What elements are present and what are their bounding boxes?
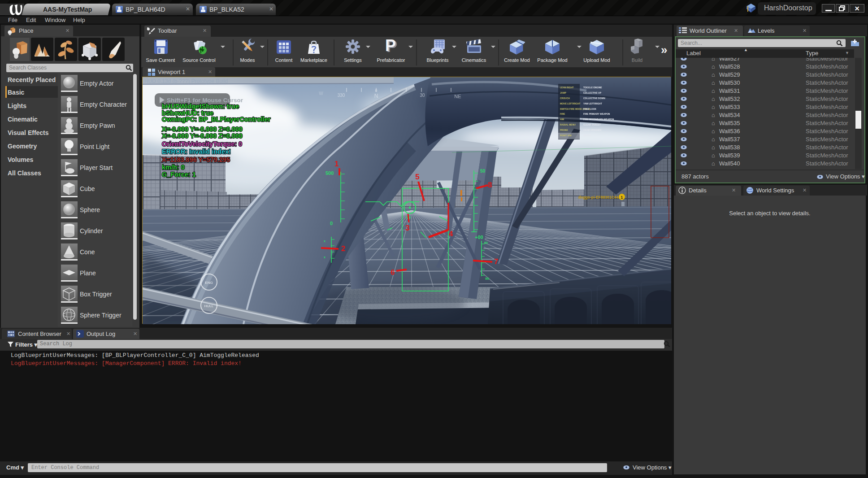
svg-text:x: x [324, 256, 326, 259]
svg-text:8: 8 [488, 181, 492, 189]
svg-text:CROUCH: CROUCH [560, 97, 570, 100]
svg-text:OwningPC: BP_BLPlayerControlle: OwningPC: BP_BLPlayerController [162, 116, 271, 123]
svg-text:PRONE: PRONE [560, 129, 568, 131]
svg-text:NE: NE [454, 94, 461, 99]
svg-text:330: 330 [338, 93, 345, 98]
svg-text:bHUDWidgetShown: true: bHUDWidgetShown: true [162, 103, 239, 110]
svg-text:HOVER: HOVER [583, 134, 591, 137]
svg-text:doggo-pi-EF88301C44A: doggo-pi-EF88301C44A [578, 195, 621, 200]
svg-text:MOVE LEFT/RIGHT: MOVE LEFT/RIGHT [560, 102, 581, 105]
svg-text:X=1183.896 Y=579.295: X=1183.896 Y=579.295 [162, 156, 230, 163]
svg-text:FIRE PRIMARY WEAPON: FIRE PRIMARY WEAPON [583, 113, 610, 115]
svg-text:W: W [319, 91, 323, 96]
svg-text:x: x [324, 239, 326, 243]
svg-text:YAW LEFT/RIGHT: YAW LEFT/RIGHT [583, 102, 602, 105]
svg-text:X=-0.000 Y=-0.000 Z=0.000: X=-0.000 Y=-0.000 Z=0.000 [162, 132, 243, 139]
svg-text:km/h: 0: km/h: 0 [162, 164, 185, 171]
svg-text:GEAR UP/DOWN: GEAR UP/DOWN [583, 129, 601, 131]
svg-text:2: 2 [341, 244, 345, 253]
svg-text:TOGGLE ENGINE: TOGGLE ENGINE [583, 86, 602, 89]
svg-text:COLLECTIVE DOWN: COLLECTIVE DOWN [583, 97, 605, 100]
svg-text:5: 5 [415, 173, 419, 181]
svg-text:3: 3 [405, 224, 409, 232]
svg-text:500: 500 [326, 170, 334, 176]
svg-text:POINT AIM: POINT AIM [560, 134, 572, 137]
svg-text:+00: +00 [475, 235, 483, 240]
svg-text:6: 6 [391, 268, 395, 277]
svg-text:CLEAR TARGET: CLEAR TARGET [583, 123, 601, 126]
svg-text:FIRE: FIRE [560, 113, 565, 115]
svg-text:30: 30 [420, 93, 425, 98]
svg-text:7: 7 [494, 257, 498, 266]
svg-text:0: 0 [330, 221, 333, 226]
svg-text:ENG: ENG [205, 281, 213, 285]
svg-text:00: 00 [484, 241, 488, 244]
svg-text:FIRE SECONDARY WEAPON: FIRE SECONDARY WEAPON [583, 118, 614, 121]
svg-text:0: 0 [375, 88, 377, 93]
svg-text:OrientToVelocityTorque: 0: OrientToVelocityTorque: 0 [162, 140, 242, 148]
svg-text:LEAN RIGHT: LEAN RIGHT [560, 86, 574, 89]
svg-text:1: 1 [621, 195, 623, 200]
svg-text:X=-0.000 Y=-0.000 Z=0.000: X=-0.000 Y=-0.000 Z=0.000 [162, 126, 243, 133]
svg-text:JUMP: JUMP [560, 91, 567, 94]
svg-text:COLLECTIVE UP: COLLECTIVE UP [583, 91, 602, 94]
svg-text:N: N [374, 93, 378, 99]
svg-text:4: 4 [449, 230, 453, 238]
svg-text:HUD 0.13d (b·???) Prototype Bu: HUD 0.13d (b·???) Prototype Build [144, 78, 228, 84]
svg-text:50: 50 [480, 169, 486, 174]
svg-text:RADIAL MENU: RADIAL MENU [560, 123, 576, 126]
svg-text:P: P [385, 39, 396, 55]
svg-text:G_Force: 1: G_Force: 1 [162, 171, 196, 178]
svg-text:HULL: HULL [204, 304, 214, 308]
svg-text:90: 90 [485, 277, 489, 281]
svg-text:AIM: AIM [560, 118, 564, 121]
svg-text:ERROR: Invalid index!: ERROR: Invalid index! [162, 148, 231, 155]
svg-text:FREE LOOK: FREE LOOK [583, 108, 597, 110]
svg-text:1: 1 [334, 160, 339, 168]
